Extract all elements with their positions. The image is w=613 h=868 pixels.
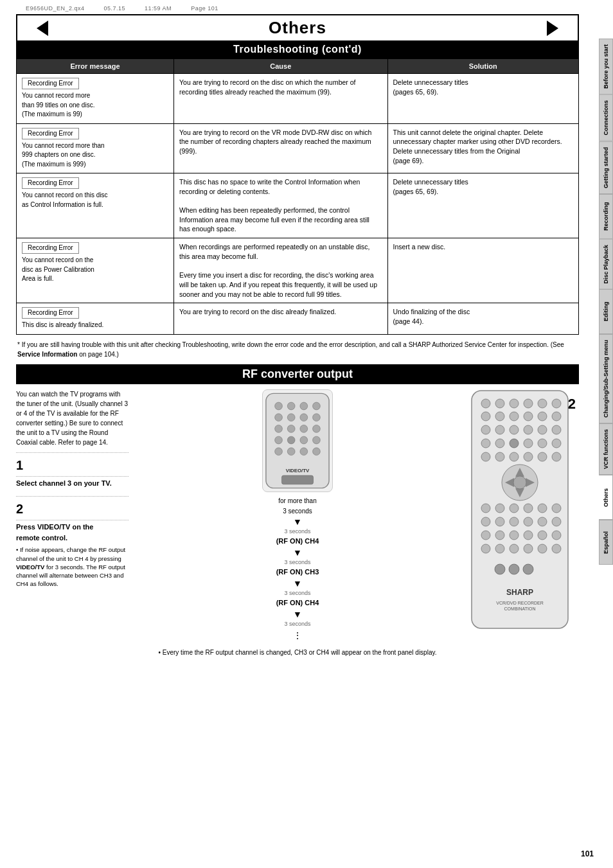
step2-note: • If noise appears, change the RF output… bbox=[16, 545, 129, 588]
svg-point-76 bbox=[538, 531, 547, 540]
svg-point-36 bbox=[481, 425, 490, 434]
rf-step-3sec-sub3: 3 seconds bbox=[276, 589, 319, 598]
sidebar-tab-espanol[interactable]: Español bbox=[599, 520, 613, 565]
sidebar-tab-connections[interactable]: Connections bbox=[599, 94, 613, 141]
sidebar-tab-before-you-start[interactable]: Before you start bbox=[599, 39, 613, 94]
rf-content: You can watch the TV programs with the t… bbox=[16, 389, 579, 658]
svg-point-17 bbox=[275, 448, 283, 456]
svg-point-86 bbox=[523, 564, 533, 574]
svg-point-37 bbox=[495, 425, 504, 434]
svg-point-75 bbox=[524, 531, 533, 540]
error-cell-2: Recording Error You cannot record more t… bbox=[17, 123, 174, 173]
svg-point-2 bbox=[287, 402, 295, 410]
svg-point-60 bbox=[481, 504, 490, 513]
sidebar-tabs: Before you start Connections Getting sta… bbox=[599, 39, 613, 565]
svg-point-69 bbox=[524, 517, 533, 526]
rf-step-3sec-sub1: 3 seconds bbox=[276, 527, 319, 536]
svg-point-28 bbox=[538, 399, 547, 408]
svg-point-52 bbox=[538, 452, 547, 461]
svg-point-64 bbox=[538, 504, 547, 513]
cause-cell-5: You are trying to record on the disc alr… bbox=[174, 303, 388, 335]
page-container: E9656UD_EN_2.qx4 05.7.15 11:59 AM Page 1… bbox=[0, 0, 613, 868]
sidebar-tab-others[interactable]: Others bbox=[599, 475, 613, 520]
svg-point-68 bbox=[510, 517, 519, 526]
svg-point-13 bbox=[275, 436, 283, 444]
svg-point-7 bbox=[300, 414, 308, 421]
svg-point-34 bbox=[538, 412, 547, 421]
sidebar-tab-changing[interactable]: Changing/Sub-Setting menu bbox=[599, 334, 613, 423]
svg-point-66 bbox=[481, 517, 490, 526]
time-info: 11:59 AM bbox=[145, 5, 172, 12]
svg-text:VCR/DVD RECORDER: VCR/DVD RECORDER bbox=[496, 601, 544, 605]
svg-point-15 bbox=[300, 436, 308, 444]
error-text-3: You cannot record on this discas Control… bbox=[22, 191, 168, 209]
page-label: Page 101 bbox=[191, 5, 218, 12]
svg-rect-22 bbox=[281, 475, 313, 484]
error-text-2: You cannot record more than999 chapters … bbox=[22, 141, 168, 170]
error-box-4: Recording Error bbox=[22, 242, 79, 254]
top-meta: E9656UD_EN_2.qx4 05.7.15 11:59 AM Page 1… bbox=[0, 0, 613, 14]
svg-point-46 bbox=[538, 439, 547, 448]
svg-point-71 bbox=[552, 517, 561, 526]
svg-point-32 bbox=[510, 412, 519, 421]
table-row: Recording Error You cannot record on thi… bbox=[17, 173, 579, 238]
svg-point-70 bbox=[538, 517, 547, 526]
svg-point-29 bbox=[552, 399, 561, 408]
error-text-5: This disc is already finalized. bbox=[22, 321, 168, 330]
divider-1 bbox=[16, 452, 129, 453]
svg-point-47 bbox=[552, 439, 561, 448]
error-cell-5: Recording Error This disc is already fin… bbox=[17, 303, 174, 335]
sidebar-tab-vcr[interactable]: VCR functions bbox=[599, 423, 613, 475]
svg-point-65 bbox=[552, 504, 561, 513]
arrow-down-1: ▼ bbox=[276, 517, 319, 526]
arrow-down-2: ▼ bbox=[276, 548, 319, 557]
section-title-box: Others bbox=[16, 14, 579, 40]
solution-cell-4: Insert a new disc. bbox=[387, 238, 579, 303]
date-info: 05.7.15 bbox=[104, 5, 126, 12]
svg-point-84 bbox=[495, 564, 505, 574]
divider-2 bbox=[16, 496, 129, 497]
table-row: Recording Error You cannot record more t… bbox=[17, 123, 579, 173]
svg-point-53 bbox=[552, 452, 561, 461]
svg-point-35 bbox=[552, 412, 561, 421]
rf-middle: VIDEO/TV for more than 3 seconds ▼ 3 sec… bbox=[135, 389, 460, 658]
svg-point-40 bbox=[538, 425, 547, 434]
file-info: E9656UD_EN_2.qx4 bbox=[26, 5, 85, 12]
rf-right: 2 bbox=[466, 389, 579, 635]
step2-heading: Press VIDEO/TV on theremote control. bbox=[16, 522, 129, 543]
svg-point-10 bbox=[287, 425, 295, 432]
svg-point-5 bbox=[275, 414, 283, 421]
arrow-down-3: ▼ bbox=[276, 579, 319, 588]
error-text-1: You cannot record morethan 99 titles on … bbox=[22, 91, 168, 120]
svg-point-85 bbox=[509, 564, 519, 574]
main-content: Others Troubleshooting (cont'd) Error me… bbox=[16, 14, 597, 657]
svg-point-18 bbox=[287, 448, 295, 456]
solution-cell-5: Undo finalizing of the disc(page 44). bbox=[387, 303, 579, 335]
svg-point-77 bbox=[552, 531, 561, 540]
svg-point-38 bbox=[510, 425, 519, 434]
svg-point-61 bbox=[495, 504, 504, 513]
svg-point-48 bbox=[481, 452, 490, 461]
svg-point-80 bbox=[510, 544, 519, 553]
sidebar-tab-editing[interactable]: Editing bbox=[599, 289, 613, 334]
rf-step-3sec-sub2: 3 seconds bbox=[276, 558, 319, 567]
svg-point-9 bbox=[275, 425, 283, 432]
solution-cell-3: Delete unnecessary titles(pages 65, 69). bbox=[387, 173, 579, 238]
table-row: Recording Error This disc is already fin… bbox=[17, 303, 579, 335]
page-number: 101 bbox=[581, 849, 594, 858]
svg-point-83 bbox=[552, 544, 561, 553]
svg-point-14 bbox=[287, 436, 295, 444]
rf-ch4-label-1: (RF ON) CH4 bbox=[276, 536, 319, 547]
error-box-2: Recording Error bbox=[22, 128, 79, 139]
col-header-error: Error message bbox=[17, 59, 174, 74]
svg-text:SHARP: SHARP bbox=[506, 588, 533, 597]
sidebar-tab-getting-started[interactable]: Getting started bbox=[599, 141, 613, 194]
error-box-3: Recording Error bbox=[22, 177, 79, 189]
rf-ellipsis: ⋮ bbox=[293, 630, 302, 641]
troubleshooting-header: Troubleshooting (cont'd) bbox=[16, 40, 579, 58]
svg-text:COMBINATION: COMBINATION bbox=[504, 607, 536, 611]
sidebar-tab-disc-playback[interactable]: Disc Playback bbox=[599, 239, 613, 290]
sidebar-tab-recording[interactable]: Recording bbox=[599, 194, 613, 239]
svg-point-74 bbox=[510, 531, 519, 540]
col-header-cause: Cause bbox=[174, 59, 388, 74]
